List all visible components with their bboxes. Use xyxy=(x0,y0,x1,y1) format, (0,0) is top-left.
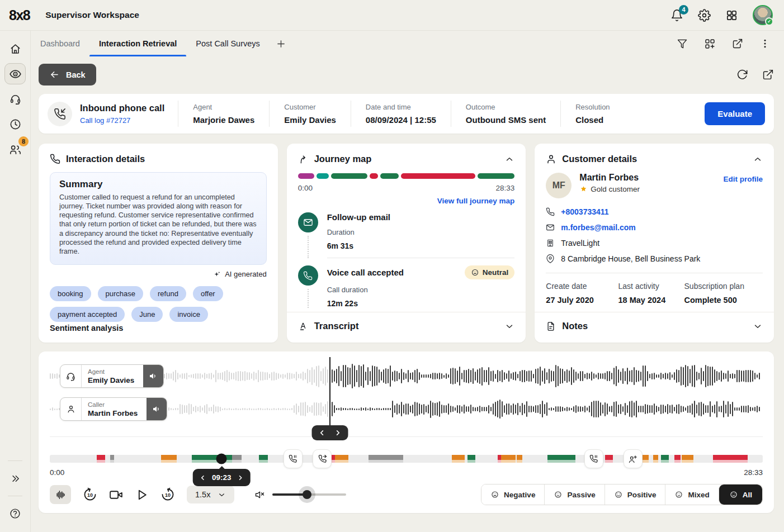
transcript-section-toggle[interactable]: Transcript xyxy=(287,312,526,332)
field-label: Date and time xyxy=(366,103,436,111)
timeline-segment-green xyxy=(467,455,475,463)
sidebar-item-home[interactable] xyxy=(4,38,26,59)
summary-text: Customer called to request a refund for … xyxy=(59,193,257,256)
playhead[interactable] xyxy=(329,357,330,429)
user-avatar[interactable]: ✓ xyxy=(753,5,773,25)
page-body: Back Inbound phone call Call log #72727 … xyxy=(31,56,784,532)
timeline-segment-orange xyxy=(653,455,658,463)
rewind-10-button[interactable]: 10 xyxy=(83,487,97,502)
open-in-new-window-button[interactable] xyxy=(762,69,774,80)
tag-pill[interactable]: payment accepted xyxy=(50,307,125,322)
tag-pill[interactable]: June xyxy=(131,307,163,322)
sidebar-item-team[interactable]: 8 xyxy=(4,139,26,160)
journey-icon xyxy=(298,154,309,164)
refresh-button[interactable] xyxy=(736,69,748,81)
notes-label: Notes xyxy=(562,321,588,331)
filter-all[interactable]: All xyxy=(719,484,762,505)
forward-10-button[interactable]: 10 xyxy=(160,487,175,502)
stat-value: 18 May 2024 xyxy=(618,296,684,305)
add-widget-button[interactable] xyxy=(704,38,716,50)
journey-end-time: 28:33 xyxy=(496,184,515,192)
screen-recording-button[interactable] xyxy=(109,488,123,502)
timeline-segment-green xyxy=(661,455,669,463)
phone-hold-marker[interactable] xyxy=(284,449,303,468)
open-external-button[interactable] xyxy=(732,38,743,49)
agent-mute-button[interactable] xyxy=(143,365,163,387)
team-badge: 8 xyxy=(18,136,29,146)
track-role: Caller xyxy=(88,401,138,408)
phone-forward-marker[interactable] xyxy=(313,449,332,468)
step-back-icon[interactable] xyxy=(319,430,325,436)
tab-post-call-surveys[interactable]: Post Call Surveys xyxy=(186,31,269,56)
timeline-time-tooltip[interactable]: 09:23 xyxy=(193,469,251,486)
filter-passive[interactable]: Passive xyxy=(544,484,604,505)
tab-interaction-retrieval[interactable]: Interaction Retrieval xyxy=(89,31,186,56)
timeline-segment-gray xyxy=(110,455,114,463)
phone-hold-marker[interactable] xyxy=(584,449,603,468)
filter-positive[interactable]: Positive xyxy=(604,484,665,505)
chevron-left-icon[interactable] xyxy=(200,475,206,481)
customer-email-link[interactable]: m.forbes@mail.com xyxy=(561,223,635,232)
stat-value: Complete 500 xyxy=(684,296,763,305)
sidebar-item-interaction-retrieval[interactable] xyxy=(4,63,26,84)
chevron-right-icon[interactable] xyxy=(238,475,243,481)
tag-pill[interactable]: purchase xyxy=(98,286,143,301)
sidebar-divider xyxy=(8,460,22,461)
person-plus-marker[interactable] xyxy=(624,449,643,468)
filter-mixed[interactable]: Mixed xyxy=(665,484,718,505)
waveform-view-toggle[interactable] xyxy=(50,485,71,504)
play-icon xyxy=(135,488,149,502)
timeline-segment-orange xyxy=(517,455,522,463)
tag-pill[interactable]: refund xyxy=(150,286,186,301)
edit-profile-link[interactable]: Edit profile xyxy=(723,175,763,183)
volume-slider[interactable] xyxy=(272,493,346,496)
app-launcher-button[interactable] xyxy=(725,9,738,22)
step-forward-icon[interactable] xyxy=(334,430,341,436)
mute-button[interactable] xyxy=(254,489,266,501)
playback-speed-select[interactable]: 1.5x xyxy=(187,486,234,504)
tag-pill[interactable]: invoice xyxy=(169,307,207,322)
notification-badge: 4 xyxy=(679,5,688,15)
sidebar-expand-button[interactable] xyxy=(4,468,26,489)
event-duration-label: Call duration xyxy=(327,286,515,294)
voice-call-event-icon xyxy=(298,265,318,286)
main-content: Dashboard Interaction Retrieval Post Cal… xyxy=(31,31,784,532)
customer-company: TravelLight xyxy=(561,239,599,248)
notifications-button[interactable]: 4 xyxy=(670,9,683,22)
collapse-customer-button[interactable] xyxy=(753,154,763,164)
customer-avatar: MF xyxy=(546,173,572,198)
playhead-scrub-control[interactable] xyxy=(311,425,348,440)
top-bar: 8x8 Supervisor Workspace 4 ✓ xyxy=(0,0,784,31)
event-name: Follow-up email xyxy=(327,212,390,222)
chevrons-right-icon xyxy=(10,473,21,484)
sidebar-item-agents[interactable] xyxy=(4,88,26,110)
sidebar-item-history[interactable] xyxy=(4,113,26,135)
waveform-area: Agent Emily Davies Caller Martin Forbes xyxy=(50,360,763,425)
filter-button[interactable] xyxy=(677,38,688,49)
more-options-button[interactable] xyxy=(759,38,771,49)
neutral-face-icon xyxy=(554,490,563,499)
add-tab-button[interactable] xyxy=(270,31,292,56)
timeline-track[interactable]: 09:23 xyxy=(50,454,763,463)
settings-button[interactable] xyxy=(698,9,711,22)
collapse-journey-button[interactable] xyxy=(504,154,514,164)
sidebar-help-button[interactable] xyxy=(4,503,26,524)
volume-knob[interactable] xyxy=(303,490,311,499)
customer-address-row: 8 Cambridge House, Bell Business Park xyxy=(546,254,763,263)
view-full-journey-link[interactable]: View full journey map xyxy=(298,197,515,205)
tag-pill[interactable]: offer xyxy=(193,286,223,301)
caller-mute-button[interactable] xyxy=(147,398,167,420)
play-button[interactable] xyxy=(135,488,149,502)
evaluate-button[interactable]: Evaluate xyxy=(705,102,765,125)
back-button[interactable]: Back xyxy=(39,64,96,86)
customer-phone-row: +8003733411 xyxy=(546,207,763,216)
timeline-knob[interactable] xyxy=(216,454,227,464)
field-value: Outbound SMS sent xyxy=(466,115,546,125)
call-log-link[interactable]: Call log #72727 xyxy=(80,116,164,125)
grid-plus-icon xyxy=(704,38,716,50)
customer-phone-link[interactable]: +8003733411 xyxy=(561,207,608,216)
tag-pill[interactable]: booking xyxy=(50,286,91,301)
tab-dashboard[interactable]: Dashboard xyxy=(31,31,89,56)
notes-section-toggle[interactable]: Notes xyxy=(535,312,774,332)
filter-negative[interactable]: Negative xyxy=(481,484,544,505)
